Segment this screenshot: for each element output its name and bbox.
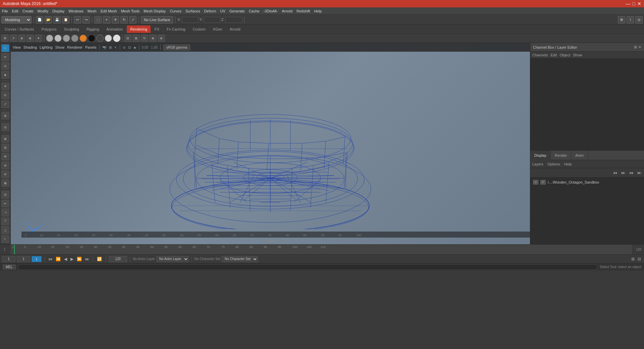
render-icon3[interactable]: ⊕ <box>18 35 25 42</box>
goto-end-btn[interactable]: ⏭ <box>84 257 90 261</box>
lasso-btn[interactable]: ⌖ <box>103 16 110 23</box>
tab-animation[interactable]: Animation <box>103 26 126 33</box>
paint-tool[interactable]: ✏ <box>1 53 9 61</box>
menu-windows[interactable]: Windows <box>68 9 84 13</box>
menu-mesh-display[interactable]: Mesh Display <box>144 9 166 13</box>
render-icon-extra1[interactable]: ⊟ <box>124 35 131 42</box>
snap-curve-btn[interactable]: ⌇ <box>627 16 634 23</box>
vp-menu-view[interactable]: View <box>13 45 21 49</box>
render-icon1[interactable]: ⚙ <box>1 35 9 42</box>
lp-tab-anim[interactable]: Anim <box>571 151 588 160</box>
vp-menu-show[interactable]: Show <box>55 45 65 49</box>
tab-xgen[interactable]: XGen <box>210 26 226 33</box>
polygon-tool4[interactable]: ⊜ <box>1 161 9 169</box>
light-directional[interactable] <box>54 35 62 42</box>
render-dark[interactable] <box>96 35 104 42</box>
timeline-icon2[interactable]: ⊟ <box>637 257 642 261</box>
menu-3dtall[interactable]: -3DtoAll- <box>263 9 278 13</box>
move-tool[interactable]: ✛ <box>1 83 9 90</box>
cb-tab-channels[interactable]: Channels <box>532 53 548 57</box>
tab-curves-surfaces[interactable]: Curves / Surfaces <box>1 26 37 33</box>
lp-sub-options[interactable]: Options <box>547 162 560 166</box>
menu-help[interactable]: Help <box>314 9 322 13</box>
tab-fx-caching[interactable]: Fx Caching <box>163 26 189 33</box>
cb-tab-edit[interactable]: Edit <box>550 53 557 57</box>
render-icon-extra2[interactable]: ⊞ <box>132 35 140 42</box>
light-point[interactable] <box>63 35 70 42</box>
rotate-btn[interactable]: ↻ <box>120 16 128 23</box>
soft-select[interactable]: ◎ <box>1 123 9 131</box>
render-white2[interactable] <box>113 35 120 42</box>
timeline-ruler[interactable]: 1 5 10 15 20 25 30 35 40 45 50 55 60 65 … <box>11 245 632 254</box>
save-btn[interactable]: 💾 <box>53 16 61 23</box>
layer-visibility[interactable]: V <box>533 180 538 185</box>
menu-arnold[interactable]: Arnold <box>282 9 292 13</box>
menu-deform[interactable]: Deform <box>204 9 216 13</box>
layer-icon-3[interactable]: ⏮ <box>628 170 635 176</box>
lp-sub-help[interactable]: Help <box>564 162 572 166</box>
menu-surfaces[interactable]: Surfaces <box>185 9 200 13</box>
light-ambient[interactable] <box>46 35 53 42</box>
render-icon2[interactable]: ↗ <box>10 35 17 42</box>
rotate-tool[interactable]: ↻ <box>1 91 9 99</box>
minimize-btn[interactable]: — <box>626 1 631 6</box>
vp-menu-panels[interactable]: Panels <box>85 45 97 49</box>
menu-edit[interactable]: Edit <box>12 9 18 13</box>
tab-fx[interactable]: FX <box>151 26 163 33</box>
menu-curves[interactable]: Curves <box>170 9 181 13</box>
current-frame-input[interactable] <box>17 256 30 262</box>
vp-icon-camera[interactable]: 📷 <box>102 46 106 49</box>
tab-polygons[interactable]: Polygons <box>38 26 60 33</box>
layer-playback[interactable]: P <box>540 180 546 185</box>
script-mode[interactable]: MEL <box>3 264 16 269</box>
vp-icon-grid[interactable]: ⊞ <box>109 46 112 49</box>
cb-close-btn[interactable]: ✕ <box>638 45 641 49</box>
vp-icon-isolate[interactable]: ⊙ <box>123 46 125 49</box>
timeline-icon1[interactable]: ⊞ <box>630 257 636 261</box>
snap-tool6[interactable]: ⊦ <box>1 235 9 243</box>
tab-custom[interactable]: Custom <box>190 26 209 33</box>
render-icon-extra4[interactable]: ⊕ <box>149 35 157 42</box>
polygon-tool3[interactable]: ⊛ <box>1 153 9 160</box>
lp-tab-display[interactable]: Display <box>530 151 551 160</box>
viewport[interactable]: View Shading Lighting Show Renderer Pane… <box>11 43 530 244</box>
menu-generate[interactable]: Generate <box>229 9 245 13</box>
snap-grid-btn[interactable]: ⊞ <box>618 16 625 23</box>
menu-uv[interactable]: UV <box>220 9 225 13</box>
timeline[interactable]: 1 1 5 10 15 20 25 30 35 40 45 50 55 60 6… <box>0 244 644 254</box>
z-input[interactable] <box>225 17 242 23</box>
menu-mesh[interactable]: Mesh <box>88 9 97 13</box>
layer-icon-2[interactable]: ⏭ <box>620 170 627 176</box>
render-icon5[interactable]: ✦ <box>35 35 42 42</box>
no-live-surface-btn[interactable]: No Live Surface <box>141 16 173 23</box>
render-icon-extra5[interactable]: ⊛ <box>158 35 165 42</box>
menu-create[interactable]: Create <box>22 9 34 13</box>
play-back-btn[interactable]: ◀ <box>63 257 68 261</box>
tab-rigging[interactable]: Rigging <box>83 26 102 33</box>
cb-tab-object[interactable]: Object <box>559 53 570 57</box>
undo-btn[interactable]: ↩ <box>74 16 81 23</box>
menu-edit-mesh[interactable]: Edit Mesh <box>101 9 117 13</box>
tab-arnold[interactable]: Arnold <box>226 26 244 33</box>
menu-file[interactable]: File <box>2 9 8 13</box>
cb-expand-btn[interactable]: ⊞ <box>634 45 637 49</box>
move-btn[interactable]: ✛ <box>112 16 119 23</box>
menu-display[interactable]: Display <box>52 9 64 13</box>
redo-btn[interactable]: ↪ <box>83 16 90 23</box>
menu-modify[interactable]: Modify <box>38 9 48 13</box>
range-end-input[interactable] <box>109 256 127 262</box>
tab-rendering[interactable]: Rendering <box>127 26 151 33</box>
snap-tool3[interactable]: ⊣ <box>1 208 9 216</box>
polygon-tool2[interactable]: ⊟ <box>1 144 9 151</box>
step-back-btn[interactable]: ⏪ <box>55 257 62 261</box>
vp-gamma[interactable]: sRGB gamma <box>163 45 191 50</box>
render-white[interactable] <box>105 35 112 42</box>
mode-dropdown[interactable]: Modeling Rigging Animation FX Rendering <box>1 16 32 23</box>
new-scene-btn[interactable]: 📄 <box>36 16 43 23</box>
snap-tool1[interactable]: ⊡ <box>1 191 9 198</box>
scale-btn[interactable]: ⤢ <box>129 16 137 23</box>
window-controls[interactable]: — □ ✕ <box>626 1 641 6</box>
layer-item[interactable]: V P /...:Wooden_Octagon_Sandbox <box>532 179 643 186</box>
cb-tab-show[interactable]: Show <box>573 53 582 57</box>
vp-menu-renderer[interactable]: Renderer <box>67 45 83 49</box>
